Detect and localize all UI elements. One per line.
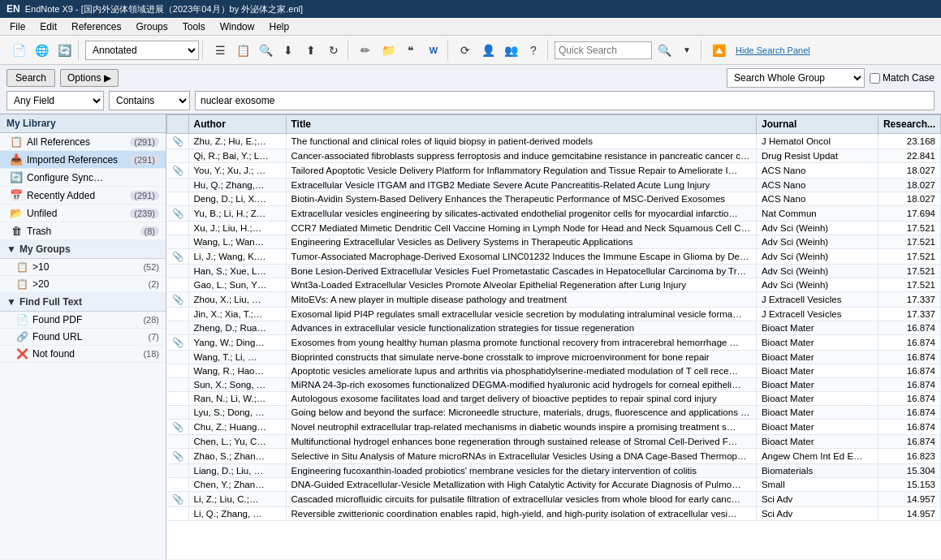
table-row[interactable]: Wang, R.; Hao…Apoptotic vesicles amelior… bbox=[167, 364, 941, 378]
hide-search-btn[interactable]: Hide Search Panel bbox=[731, 44, 815, 57]
quick-search-dropdown-btn[interactable]: ▼ bbox=[676, 40, 697, 61]
tb-user-btn[interactable]: 👤 bbox=[477, 40, 499, 61]
table-row[interactable]: 📎Yang, W.; Ding…Exosomes from young heal… bbox=[167, 335, 941, 351]
tb-copy-btn[interactable]: 📋 bbox=[232, 40, 253, 61]
table-row[interactable]: Lyu, S.; Dong, …Going below and beyond t… bbox=[167, 406, 941, 420]
find-full-text-header[interactable]: ▼ Find Full Text bbox=[0, 293, 166, 312]
field-select[interactable]: Any Field bbox=[6, 91, 104, 110]
sidebar-item-recently-added[interactable]: 📅 Recently Added (291) bbox=[0, 187, 166, 205]
col-header-4[interactable]: Research... bbox=[878, 115, 940, 134]
sidebar-group-gt10[interactable]: 📋 >10 (52) bbox=[0, 259, 166, 276]
tb-upload-btn[interactable]: ⬆ bbox=[300, 40, 322, 61]
tb-search-online-btn[interactable]: 🔍 bbox=[255, 40, 276, 61]
table-row[interactable]: Chen, Y.; Zhan…DNA-Guided Extracellular-… bbox=[167, 478, 941, 492]
tb-folder-btn[interactable]: 📁 bbox=[378, 40, 399, 61]
menu-item-window[interactable]: Window bbox=[214, 19, 261, 34]
quick-search-btn[interactable]: 🔍 bbox=[654, 40, 675, 61]
tb-word-btn[interactable]: W bbox=[423, 40, 444, 61]
row-journal-21: Bioact Mater bbox=[756, 435, 878, 449]
search-button[interactable]: Search bbox=[6, 69, 55, 87]
sidebar-item-trash[interactable]: 🗑 Trash (8) bbox=[0, 222, 166, 240]
search-term-input[interactable] bbox=[195, 91, 935, 110]
table-row[interactable]: 📎Zhu, Z.; Hu, E.;…The functional and cli… bbox=[167, 134, 941, 149]
col-header-3[interactable]: Journal bbox=[756, 115, 878, 134]
row-title-5: Extracellular vesicles engineering by si… bbox=[286, 206, 756, 222]
table-row[interactable]: Chen, L.; Yu, C…Multifunctional hydrogel… bbox=[167, 435, 941, 449]
tb-new-btn[interactable]: 📄 bbox=[8, 40, 29, 61]
row-attachment-icon-15 bbox=[167, 351, 189, 364]
table-row[interactable]: Wang, L.; Wan…Engineering Extracellular … bbox=[167, 235, 941, 249]
row-journal-20: Bioact Mater bbox=[756, 420, 878, 435]
table-row[interactable]: 📎You, Y.; Xu, J.; …Tailored Apoptotic Ve… bbox=[167, 163, 941, 179]
table-row[interactable]: Wang, T.; Li, …Bioprinted constructs tha… bbox=[167, 351, 941, 364]
table-row[interactable]: Sun, X.; Song, …MiRNA 24-3p-rich exosome… bbox=[167, 378, 941, 392]
style-select[interactable]: Annotated bbox=[85, 41, 199, 60]
table-row[interactable]: Liang, D.; Liu, …Engineering fucoxanthin… bbox=[167, 464, 941, 478]
table-row[interactable]: Ran, N.; Li, W.;…Autologous exosome faci… bbox=[167, 392, 941, 406]
table-row[interactable]: Gao, L.; Sun, Y…Wnt3a-Loaded Extracellul… bbox=[167, 278, 941, 292]
sidebar-icon-imported-references: 📥 bbox=[10, 153, 23, 166]
tb-quote-btn[interactable]: ❝ bbox=[400, 40, 421, 61]
table-wrapper[interactable]: AuthorTitleJournalResearch... 📎Zhu, Z.; … bbox=[166, 114, 941, 559]
table-row[interactable]: Han, S.; Xue, L…Bone Lesion-Derived Extr… bbox=[167, 265, 941, 278]
sidebar-item-all-references[interactable]: 📋 All References (291) bbox=[0, 133, 166, 151]
menu-item-help[interactable]: Help bbox=[262, 19, 296, 34]
table-row[interactable]: 📎Chu, Z.; Huang…Novel neutrophil extrace… bbox=[167, 420, 941, 435]
menu-item-edit[interactable]: Edit bbox=[33, 19, 63, 34]
tb-refresh-btn[interactable]: ↻ bbox=[323, 40, 344, 61]
table-row[interactable]: 📎Zhou, X.; Liu, …MitoEVs: A new player i… bbox=[167, 292, 941, 308]
tb-sync-btn[interactable]: 🔄 bbox=[54, 40, 75, 61]
tb-edit-btn[interactable]: ✏ bbox=[355, 40, 376, 61]
match-case-checkbox-label[interactable]: Match Case bbox=[870, 72, 935, 84]
match-case-checkbox[interactable] bbox=[870, 73, 880, 84]
table-row[interactable]: Qi, R.; Bai, Y.; L…Cancer-associated fib… bbox=[167, 149, 941, 163]
my-groups-header[interactable]: ▼ My Groups bbox=[0, 240, 166, 259]
tb-users-btn[interactable]: 👥 bbox=[500, 40, 521, 61]
table-row[interactable]: Zheng, D.; Rua…Advances in extracellular… bbox=[167, 321, 941, 335]
menu-item-tools[interactable]: Tools bbox=[176, 19, 212, 34]
sidebar-find-found-url[interactable]: 🔗 Found URL (7) bbox=[0, 329, 166, 346]
sidebar-item-unfiled[interactable]: 📂 Unfiled (239) bbox=[0, 205, 166, 222]
row-title-3: Extracellular Vesicle ITGAM and ITGB2 Me… bbox=[286, 179, 756, 192]
row-title-2: Tailored Apoptotic Vesicle Delivery Plat… bbox=[286, 163, 756, 179]
menu-item-file[interactable]: File bbox=[3, 19, 32, 34]
table-row[interactable]: 📎Li, Z.; Liu, C.;…Cascaded microfluidic … bbox=[167, 492, 941, 507]
tb-help-btn[interactable]: ? bbox=[523, 40, 544, 61]
group-count-gt10: (52) bbox=[143, 262, 159, 272]
table-row[interactable]: Hu, Q.; Zhang,…Extracellular Vesicle ITG… bbox=[167, 179, 941, 192]
col-header-2[interactable]: Title bbox=[286, 115, 756, 134]
row-journal-15: Bioact Mater bbox=[756, 351, 878, 364]
toolbar-tools-group: ☰ 📋 🔍 ⬇ ⬆ ↻ bbox=[206, 40, 348, 61]
quick-search-input[interactable] bbox=[555, 41, 652, 59]
col-header-0[interactable] bbox=[167, 115, 189, 134]
row-research-25: 14.957 bbox=[878, 492, 940, 507]
sidebar-group-gt20[interactable]: 📋 >20 (2) bbox=[0, 276, 166, 293]
tb-list-btn[interactable]: ☰ bbox=[209, 40, 231, 61]
table-row[interactable]: 📎Zhao, S.; Zhan…Selective in Situ Analys… bbox=[167, 449, 941, 464]
menubar: FileEditReferencesGroupsToolsWindowHelp bbox=[0, 18, 941, 36]
col-header-1[interactable]: Author bbox=[188, 115, 286, 134]
sidebar-item-configure-sync[interactable]: 🔄 Configure Sync… bbox=[0, 169, 166, 187]
contains-select[interactable]: Contains bbox=[109, 91, 190, 110]
tb-download-btn[interactable]: ⬇ bbox=[278, 40, 299, 61]
options-button[interactable]: Options ▶ bbox=[60, 69, 119, 87]
tb-globe-btn[interactable]: 🌐 bbox=[31, 40, 52, 61]
table-row[interactable]: Jin, X.; Xia, T.;…Exosomal lipid PI4P re… bbox=[167, 308, 941, 321]
table-row[interactable]: 📎Yu, B.; Li, H.; Z…Extracellular vesicle… bbox=[167, 206, 941, 222]
sidebar-find-not-found[interactable]: ❌ Not found (18) bbox=[0, 346, 166, 363]
menu-item-groups[interactable]: Groups bbox=[129, 19, 174, 34]
table-row[interactable]: Xu, J.; Liu, H.;…CCR7 Mediated Mimetic D… bbox=[167, 222, 941, 235]
table-row[interactable]: 📎Li, J.; Wang, K.…Tumor-Associated Macro… bbox=[167, 249, 941, 265]
row-research-6: 17.521 bbox=[878, 222, 940, 235]
row-research-10: 17.521 bbox=[878, 278, 940, 292]
sidebar-find-found-pdf[interactable]: 📄 Found PDF (28) bbox=[0, 312, 166, 329]
menu-item-references[interactable]: References bbox=[65, 19, 127, 34]
hide-panel-icon-btn[interactable]: 🔼 bbox=[708, 40, 729, 61]
tb-rotate-btn[interactable]: ⟳ bbox=[455, 40, 476, 61]
sidebar-item-imported-references[interactable]: 📥 Imported References (291) bbox=[0, 151, 166, 169]
table-row[interactable]: Li, Q.; Zhang, …Reversible zwitterionic … bbox=[167, 507, 941, 521]
search-group-select[interactable]: Search Whole Group bbox=[727, 68, 865, 88]
row-research-15: 16.874 bbox=[878, 351, 940, 364]
table-row[interactable]: Deng, D.; Li, X.…Biotin-Avidin System-Ba… bbox=[167, 192, 941, 206]
row-author-21: Chen, L.; Yu, C… bbox=[188, 435, 286, 449]
